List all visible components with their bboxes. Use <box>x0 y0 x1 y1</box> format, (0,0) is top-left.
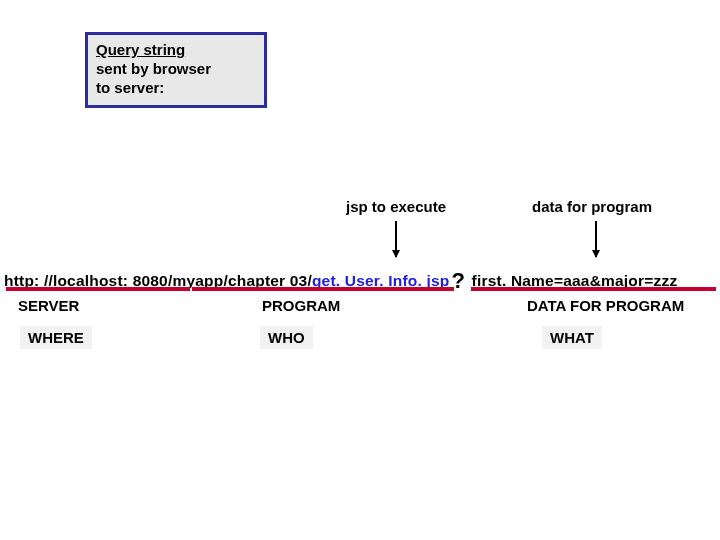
underline-data <box>471 287 716 291</box>
role-tile-where: WHERE <box>20 326 92 349</box>
underline-program <box>192 287 454 291</box>
diagram-stage: Query string sent by browser to server: … <box>0 0 720 540</box>
title-box: Query string sent by browser to server: <box>85 32 267 108</box>
segment-label-server: SERVER <box>18 297 79 314</box>
underline-server <box>6 287 190 291</box>
title-line3: to server: <box>96 79 164 96</box>
arrow-down-data <box>595 221 597 257</box>
title-line1: Query string <box>96 41 185 58</box>
segment-label-program: PROGRAM <box>262 297 340 314</box>
role-tile-who: WHO <box>260 326 313 349</box>
label-jsp-to-execute: jsp to execute <box>346 198 446 215</box>
arrow-down-jsp <box>395 221 397 257</box>
title-line2: sent by browser <box>96 60 211 77</box>
label-data-for-program: data for program <box>532 198 652 215</box>
segment-label-data: DATA FOR PROGRAM <box>527 297 684 314</box>
role-tile-what: WHAT <box>542 326 602 349</box>
